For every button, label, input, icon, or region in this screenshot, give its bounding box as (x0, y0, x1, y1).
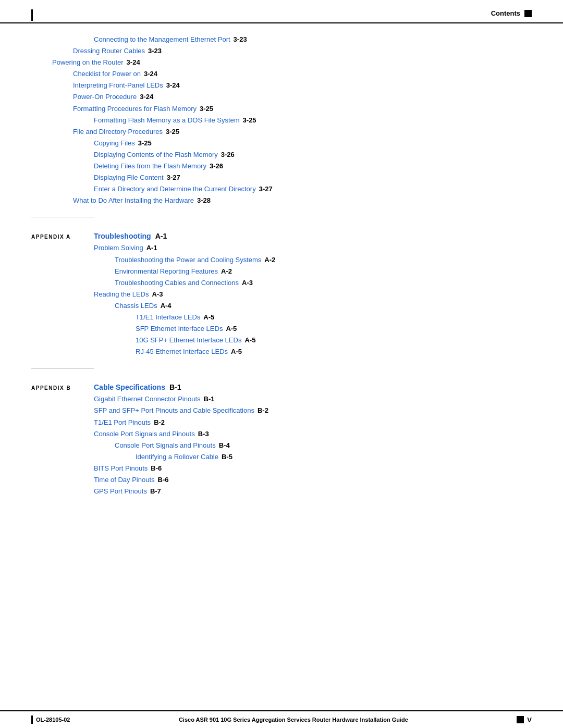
toc-link[interactable]: SFP and SFP+ Port Pinouts and Cable Spec… (94, 405, 254, 416)
page-header: Contents (0, 0, 563, 23)
toc-list-item: Troubleshooting Cables and ConnectionsA-… (94, 277, 532, 289)
toc-list-item: T1/E1 Port PinoutsB-2 (94, 417, 532, 428)
appendix-b-row: APPENDIX B Cable Specifications B-1 (31, 383, 532, 391)
toc-list-item: Power-On Procedure3-24 (31, 91, 532, 103)
toc-page-number: A-5 (244, 335, 255, 346)
toc-list-item: Connecting to the Management Ethernet Po… (31, 34, 532, 45)
toc-page-number: 3-24 (127, 57, 140, 68)
toc-link[interactable]: Connecting to the Management Ethernet Po… (94, 34, 230, 45)
toc-list-item: Chassis LEDsA-4 (94, 300, 532, 312)
toc-link[interactable]: Formatting Procedures for Flash Memory (73, 103, 197, 115)
toc-page-number: 3-25 (138, 138, 152, 149)
toc-list-item: Problem SolvingA-1 (94, 242, 532, 254)
toc-link[interactable]: Power-On Procedure (73, 91, 137, 103)
toc-list-item: BITS Port PinoutsB-6 (94, 463, 532, 474)
toc-link[interactable]: Deleting Files from the Flash Memory (94, 161, 206, 172)
toc-page-number: B-2 (258, 405, 268, 416)
footer-right: V (517, 716, 532, 724)
toc-list-item: Enter a Directory and Determine the Curr… (31, 183, 532, 195)
appendix-a-divider (31, 217, 94, 217)
toc-link[interactable]: Problem Solving (94, 242, 143, 254)
toc-page-number: 3-26 (210, 161, 223, 172)
toc-list-item: Interpreting Front-Panel LEDs3-24 (31, 80, 532, 91)
toc-list-item: GPS Port PinoutsB-7 (94, 486, 532, 497)
toc-page-number: 3-28 (197, 195, 211, 206)
footer-ol-number: OL-28105-02 (36, 717, 70, 723)
top-toc-section: Connecting to the Management Ethernet Po… (31, 34, 532, 206)
toc-page-number: 3-24 (166, 80, 180, 91)
toc-list-item: T1/E1 Interface LEDsA-5 (94, 312, 532, 323)
toc-link[interactable]: File and Directory Procedures (73, 126, 163, 138)
toc-page-number: B-7 (150, 486, 161, 497)
toc-page-number: 3-23 (148, 45, 162, 57)
toc-link[interactable]: Enter a Directory and Determine the Curr… (94, 183, 256, 195)
toc-page-number: A-2 (264, 254, 275, 266)
toc-link[interactable]: Console Port Signals and Pinouts (115, 440, 216, 451)
toc-link[interactable]: SFP Ethernet Interface LEDs (136, 323, 223, 335)
toc-link[interactable]: 10G SFP+ Ethernet Interface LEDs (136, 335, 241, 346)
appendix-b-title[interactable]: Cable Specifications (94, 383, 165, 391)
toc-list-item: Copying Files3-25 (31, 138, 532, 149)
toc-link[interactable]: Environmental Reporting Features (115, 266, 218, 277)
toc-link[interactable]: BITS Port Pinouts (94, 463, 148, 474)
toc-link[interactable]: T1/E1 Port Pinouts (94, 417, 151, 428)
appendix-a-title[interactable]: Troubleshooting (94, 232, 151, 240)
appendix-b-section: APPENDIX B Cable Specifications B-1 Giga… (31, 368, 532, 497)
toc-page-number: B-4 (219, 440, 230, 451)
toc-list-item: 10G SFP+ Ethernet Interface LEDsA-5 (94, 335, 532, 346)
toc-link[interactable]: Copying Files (94, 138, 135, 149)
toc-link[interactable]: RJ-45 Ethernet Interface LEDs (136, 346, 228, 357)
toc-page-number: 3-23 (234, 34, 247, 45)
appendix-a-section: APPENDIX A Troubleshooting A-1 Problem S… (31, 217, 532, 357)
footer-bar (31, 715, 33, 724)
toc-list-item: Deleting Files from the Flash Memory3-26 (31, 161, 532, 172)
toc-page-number: 3-27 (259, 183, 273, 195)
toc-page-number: A-5 (203, 312, 214, 323)
footer-page-number: V (527, 716, 532, 724)
footer-left: OL-28105-02 (31, 715, 70, 724)
toc-page-number: 3-27 (167, 172, 180, 183)
toc-link[interactable]: GPS Port Pinouts (94, 486, 147, 497)
toc-link[interactable]: Gigabit Ethernet Connector Pinouts (94, 393, 201, 405)
toc-link[interactable]: Displaying Contents of the Flash Memory (94, 149, 218, 161)
page-container: Contents Connecting to the Management Et… (0, 0, 563, 728)
toc-list-item: Displaying File Content3-27 (31, 172, 532, 183)
toc-page-number: 3-25 (166, 126, 179, 138)
toc-list-item: Environmental Reporting FeaturesA-2 (94, 266, 532, 277)
toc-link[interactable]: Troubleshooting Cables and Connections (115, 277, 239, 289)
toc-page-number: A-5 (226, 323, 237, 335)
toc-link[interactable]: Troubleshooting the Power and Cooling Sy… (115, 254, 261, 266)
appendix-b-label: APPENDIX B (31, 385, 94, 391)
toc-link[interactable]: Identifying a Rollover Cable (136, 451, 218, 463)
toc-link[interactable]: Reading the LEDs (94, 289, 149, 300)
toc-link[interactable]: Powering on the Router (52, 57, 124, 68)
toc-page-number: B-6 (158, 474, 169, 486)
toc-list-item: What to Do After Installing the Hardware… (31, 195, 532, 206)
toc-page-number: A-2 (221, 266, 232, 277)
toc-link[interactable]: Time of Day Pinouts (94, 474, 155, 486)
toc-list-item: Troubleshooting the Power and Cooling Sy… (94, 254, 532, 266)
toc-link[interactable]: Interpreting Front-Panel LEDs (73, 80, 163, 91)
toc-list-item: Console Port Signals and PinoutsB-3 (94, 428, 532, 440)
appendix-a-entries: Problem SolvingA-1Troubleshooting the Po… (31, 242, 532, 357)
footer-square (517, 716, 524, 723)
toc-link[interactable]: Chassis LEDs (115, 300, 157, 312)
toc-link[interactable]: What to Do After Installing the Hardware (73, 195, 194, 206)
toc-page-number: 3-24 (140, 91, 153, 103)
toc-list-item: Time of Day PinoutsB-6 (94, 474, 532, 486)
toc-list-item: File and Directory Procedures3-25 (31, 126, 532, 138)
toc-page-number: B-1 (204, 393, 215, 405)
toc-link[interactable]: T1/E1 Interface LEDs (136, 312, 200, 323)
toc-link[interactable]: Formatting Flash Memory as a DOS File Sy… (94, 115, 240, 126)
toc-list-item: Displaying Contents of the Flash Memory3… (31, 149, 532, 161)
toc-list-item: Gigabit Ethernet Connector PinoutsB-1 (94, 393, 532, 405)
toc-page-number: A-3 (152, 289, 163, 300)
toc-link[interactable]: Console Port Signals and Pinouts (94, 428, 195, 440)
toc-link[interactable]: Dressing Router Cables (73, 45, 145, 57)
toc-page-number: B-5 (222, 451, 232, 463)
toc-link[interactable]: Displaying File Content (94, 172, 164, 183)
toc-list-item: Checklist for Power on3-24 (31, 68, 532, 80)
toc-list-item: Powering on the Router3-24 (31, 57, 532, 68)
toc-link[interactable]: Checklist for Power on (73, 68, 141, 80)
appendix-a-title-page: A-1 (155, 232, 167, 240)
